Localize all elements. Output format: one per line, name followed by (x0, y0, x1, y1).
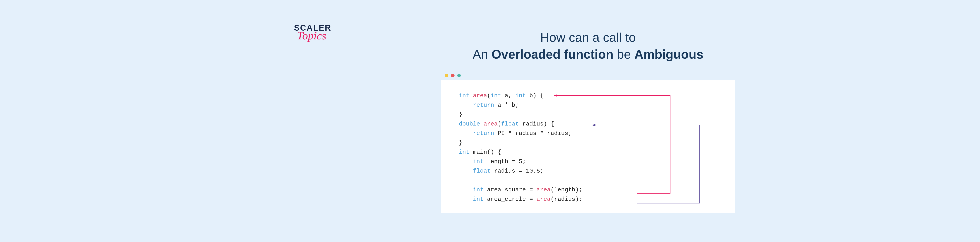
code-keyword-int: int (515, 92, 526, 99)
code-text: area_circle = (484, 196, 536, 202)
code-keyword-int: int (491, 92, 501, 99)
code-call-area1: area (536, 186, 550, 193)
title-bold2: Ambiguous (635, 48, 703, 62)
logo-secondary: Topics (297, 29, 326, 42)
code-text: (radius); (550, 196, 582, 202)
code-keyword-int: int (473, 186, 484, 193)
code-window: int area(int a, int b) { return a * b; }… (441, 71, 735, 213)
code-call-area2: area (536, 196, 550, 202)
logo: SCALER Topics (294, 23, 331, 42)
code-keyword-float: float (501, 121, 519, 127)
code-keyword-int: int (459, 92, 469, 99)
code-text: length = 5; (484, 158, 526, 165)
code-area: int area(int a, int b) { return a * b; }… (441, 80, 735, 213)
window-dot-yellow (445, 74, 448, 77)
code-text: PI * radius * radius; (494, 130, 572, 137)
code-text: area_square = (484, 186, 536, 193)
code-fn-area1: area (473, 92, 487, 99)
code-text: } (459, 139, 462, 146)
code-text: b) { (526, 92, 544, 99)
code-text: a * b; (494, 102, 519, 108)
code-keyword-int: int (473, 158, 484, 165)
title-bold1: Overloaded function (492, 48, 614, 62)
code-text: radius = 10.5; (491, 168, 544, 174)
code-keyword-return: return (473, 102, 494, 108)
code-text: (length); (550, 186, 582, 193)
title-line2: An Overloaded function be Ambiguous (473, 46, 703, 63)
title-line2-prefix: An (473, 48, 492, 62)
code-text: } (459, 111, 462, 118)
window-header (441, 71, 735, 80)
code-text: main() { (469, 149, 501, 156)
code-keyword-return: return (473, 130, 494, 137)
code-keyword-int: int (459, 149, 469, 156)
code-text: radius) { (519, 121, 554, 127)
code-keyword-double: double (459, 121, 480, 127)
main-container: SCALER Topics How can a call to An Overl… (441, 29, 735, 213)
code-text: a, (501, 92, 515, 99)
code-fn-area2: area (484, 121, 498, 127)
code-keyword-int: int (473, 196, 484, 202)
code-keyword-float: float (473, 168, 491, 174)
page-title: How can a call to An Overloaded function… (473, 29, 703, 63)
title-line2-mid: be (614, 48, 635, 62)
arrow-pink (554, 96, 670, 193)
window-dot-teal (457, 74, 461, 77)
title-line1: How can a call to (473, 29, 703, 46)
window-dot-red (451, 74, 455, 77)
arrow-purple (592, 125, 700, 203)
